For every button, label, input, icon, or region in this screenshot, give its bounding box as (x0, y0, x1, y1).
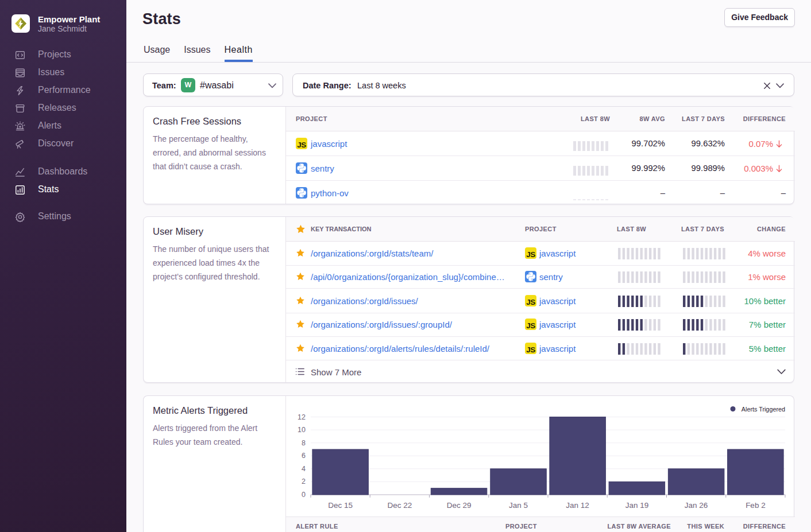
svg-text:Feb 2: Feb 2 (746, 501, 766, 510)
svg-text:Jan 19: Jan 19 (625, 501, 649, 510)
svg-text:6: 6 (302, 452, 306, 460)
svg-text:JS: JS (526, 298, 535, 306)
svg-text:JS: JS (297, 141, 306, 149)
svg-text:0: 0 (302, 491, 306, 499)
svg-text:JS: JS (526, 345, 535, 354)
svg-text:10: 10 (298, 426, 306, 434)
svg-text:12: 12 (298, 413, 306, 421)
svg-text:2: 2 (302, 477, 306, 486)
svg-text:Dec 15: Dec 15 (328, 501, 353, 510)
svg-text:Jan 5: Jan 5 (509, 501, 528, 510)
svg-text:JS: JS (526, 250, 535, 259)
svg-text:Jan 12: Jan 12 (566, 501, 589, 510)
svg-text:Alerts Triggered: Alerts Triggered (742, 406, 785, 413)
svg-text:Dec 22: Dec 22 (388, 501, 412, 510)
svg-text:8: 8 (302, 439, 306, 447)
svg-text:Dec 29: Dec 29 (447, 501, 472, 510)
svg-text:JS: JS (526, 321, 535, 330)
svg-text:Jan 26: Jan 26 (685, 501, 708, 510)
svg-text:4: 4 (302, 465, 306, 473)
